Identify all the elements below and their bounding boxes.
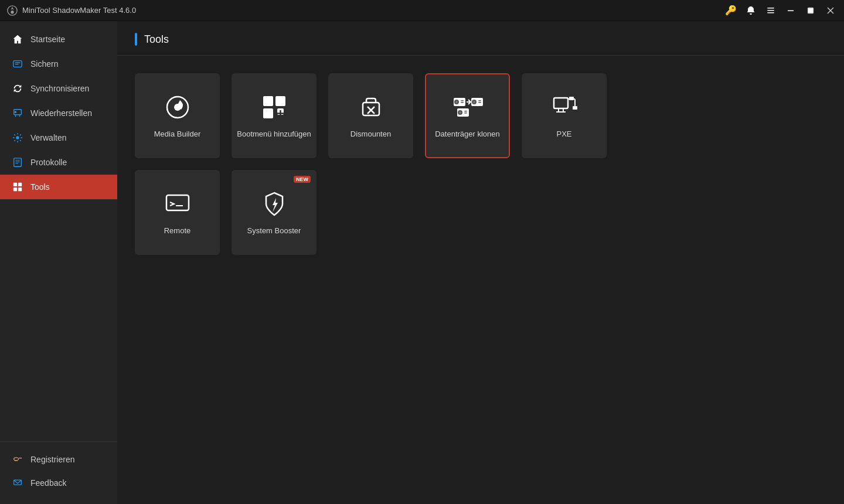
- sidebar-label-startseite: Startseite: [30, 35, 65, 44]
- sidebar-item-registrieren[interactable]: Registrieren: [0, 448, 117, 471]
- svg-rect-28: [263, 96, 273, 106]
- svg-rect-6: [808, 8, 814, 13]
- tools-grid: Media Builder: [117, 56, 844, 273]
- backup-icon: [12, 58, 23, 70]
- restore-icon: [12, 107, 23, 119]
- tool-card-label-system-booster: System Booster: [247, 226, 301, 236]
- dismount-icon: [356, 92, 386, 122]
- maximize-button[interactable]: [802, 2, 819, 19]
- svg-point-1: [11, 11, 13, 13]
- app-title: MiniTool ShadowMaker Test 4.6.0: [22, 6, 136, 15]
- svg-rect-60: [569, 97, 574, 100]
- sidebar-label-protokolle: Protokolle: [30, 158, 67, 167]
- new-badge: NEW: [294, 176, 311, 183]
- svg-point-13: [15, 111, 17, 113]
- sidebar-bottom: Registrieren Feedback: [0, 441, 117, 504]
- sidebar-item-verwalten[interactable]: Verwalten: [0, 125, 117, 150]
- tool-card-label-datentraeger-klonen: Datenträger klonen: [435, 130, 500, 139]
- svg-rect-10: [15, 62, 21, 63]
- manage-icon: [12, 132, 23, 144]
- svg-point-23: [14, 458, 19, 461]
- titlebar: MiniTool ShadowMaker Test 4.6.0 🔑: [0, 0, 844, 21]
- svg-rect-59: [573, 106, 577, 110]
- sidebar-label-tools: Tools: [30, 182, 50, 192]
- tool-card-pxe[interactable]: PXE: [522, 73, 607, 158]
- svg-rect-41: [461, 102, 464, 103]
- sync-icon: [12, 83, 23, 94]
- clone-icon: [452, 92, 483, 122]
- tool-card-label-bootmenu: Bootmenü hinzufügen: [237, 130, 311, 139]
- home-icon: [12, 33, 23, 45]
- system-booster-icon: [259, 189, 290, 219]
- svg-rect-5: [788, 10, 794, 11]
- bootmenu-icon: [259, 92, 290, 122]
- svg-rect-11: [15, 64, 19, 64]
- tool-card-label-remote: Remote: [164, 226, 191, 236]
- sidebar: Startseite Sichern: [0, 21, 117, 504]
- sidebar-label-registrieren: Registrieren: [30, 455, 74, 464]
- sidebar-item-protokolle[interactable]: Protokolle: [0, 150, 117, 175]
- svg-point-39: [455, 101, 457, 103]
- minimize-button[interactable]: [782, 2, 799, 19]
- app-logo-icon: [7, 5, 18, 16]
- svg-rect-3: [767, 10, 774, 11]
- tool-card-label-media-builder: Media Builder: [154, 130, 201, 139]
- media-builder-icon: [162, 92, 193, 122]
- sidebar-item-startseite[interactable]: Startseite: [0, 27, 117, 52]
- svg-point-14: [16, 136, 19, 139]
- svg-rect-46: [478, 100, 481, 101]
- content-header: Tools: [117, 21, 844, 56]
- svg-rect-51: [464, 111, 467, 112]
- tool-card-datentraeger-klonen[interactable]: Datenträger klonen: [425, 73, 510, 158]
- page-title: Tools: [144, 33, 169, 46]
- sidebar-item-sichern[interactable]: Sichern: [0, 52, 117, 76]
- sidebar-item-feedback[interactable]: Feedback: [0, 471, 117, 495]
- tool-card-media-builder[interactable]: Media Builder: [135, 73, 220, 158]
- close-button[interactable]: [822, 2, 839, 19]
- svg-rect-15: [14, 158, 22, 166]
- register-icon: [12, 454, 23, 465]
- sidebar-label-sichern: Sichern: [30, 59, 58, 69]
- svg-rect-61: [166, 195, 189, 210]
- sidebar-item-tools[interactable]: Tools: [0, 175, 117, 199]
- tool-card-remote[interactable]: Remote: [135, 170, 220, 255]
- svg-rect-21: [13, 188, 17, 191]
- titlebar-right: 🔑: [722, 2, 839, 19]
- svg-rect-40: [461, 100, 464, 101]
- svg-rect-34: [363, 103, 379, 115]
- sidebar-label-feedback: Feedback: [30, 478, 66, 488]
- main-layout: Startseite Sichern: [0, 21, 844, 504]
- svg-rect-4: [767, 12, 774, 13]
- content-area: Tools Media Builder: [117, 21, 844, 504]
- tools-icon: [12, 181, 23, 193]
- sidebar-label-synchronisieren: Synchronisieren: [30, 84, 89, 93]
- svg-rect-47: [478, 102, 481, 103]
- svg-rect-20: [18, 183, 22, 186]
- tool-card-system-booster[interactable]: NEW System Booster: [232, 170, 316, 255]
- svg-rect-29: [275, 96, 285, 106]
- tools-row-2: Remote NEW System Booster: [135, 170, 826, 255]
- svg-rect-30: [263, 108, 273, 118]
- svg-point-45: [473, 101, 475, 103]
- feedback-icon: [12, 477, 23, 489]
- tool-card-bootmenu[interactable]: Bootmenü hinzufügen: [232, 73, 316, 158]
- svg-rect-2: [767, 8, 774, 9]
- pxe-icon: [549, 92, 580, 122]
- titlebar-left: MiniTool ShadowMaker Test 4.6.0: [7, 5, 136, 16]
- remote-icon: [162, 189, 193, 219]
- tool-card-dismounten[interactable]: Dismounten: [328, 73, 413, 158]
- sidebar-item-wiederherstellen[interactable]: Wiederherstellen: [0, 101, 117, 125]
- sidebar-nav: Startseite Sichern: [0, 21, 117, 441]
- header-accent-bar: [135, 33, 137, 46]
- key-icon-button[interactable]: 🔑: [722, 2, 740, 19]
- tools-row-1: Media Builder: [135, 73, 826, 158]
- svg-rect-19: [13, 183, 17, 186]
- tool-card-label-pxe: PXE: [556, 130, 571, 139]
- svg-marker-64: [273, 198, 278, 212]
- logs-icon: [12, 156, 23, 168]
- sidebar-item-synchronisieren[interactable]: Synchronisieren: [0, 76, 117, 101]
- notification-button[interactable]: [742, 2, 760, 19]
- tool-card-label-dismounten: Dismounten: [350, 130, 391, 139]
- menu-button[interactable]: [762, 2, 780, 19]
- sidebar-label-wiederherstellen: Wiederherstellen: [30, 108, 92, 118]
